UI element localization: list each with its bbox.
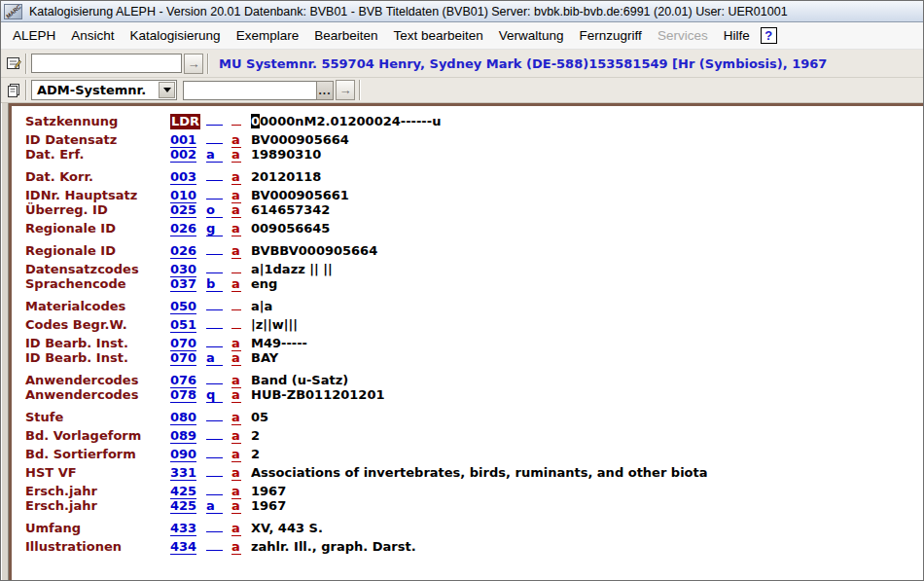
field-tag[interactable]: 003 <box>170 169 206 185</box>
subfield-code[interactable]: a <box>231 188 251 203</box>
field-indicators[interactable] <box>206 165 231 184</box>
field-indicators[interactable]: o <box>206 202 231 218</box>
field-value[interactable]: a|1dazz || || <box>251 262 923 276</box>
field-indicators[interactable] <box>206 461 231 480</box>
field-tag[interactable]: 026 <box>170 221 206 236</box>
field-indicators[interactable] <box>206 184 231 202</box>
subfield-code[interactable]: a <box>231 387 251 403</box>
field-tag[interactable]: 331 <box>170 465 206 481</box>
subfield-code[interactable]: a <box>231 539 251 555</box>
subfield-code[interactable]: a <box>231 243 251 259</box>
field-tag[interactable]: 425 <box>170 484 206 499</box>
subfield-code[interactable]: a <box>231 373 251 388</box>
field-value[interactable]: BAY <box>251 350 923 365</box>
field-indicators[interactable]: a <box>206 498 231 514</box>
subfield-code[interactable]: a <box>231 202 251 218</box>
field-value[interactable]: eng <box>251 276 923 291</box>
menu-item-exemplare[interactable]: Exemplare <box>229 28 307 43</box>
subfield-code[interactable] <box>231 110 251 128</box>
menu-item-verwaltung[interactable]: Verwaltung <box>491 28 572 43</box>
subfield-code[interactable]: a <box>231 465 251 481</box>
field-value[interactable]: a|a <box>251 299 923 313</box>
field-value[interactable]: zahlr. Ill., graph. Darst. <box>251 539 923 554</box>
field-value[interactable]: XV, 443 S. <box>251 521 923 535</box>
field-tag[interactable]: 434 <box>170 539 206 555</box>
adm-number-input[interactable] <box>183 81 316 100</box>
pane-splitter-handle[interactable] <box>1 103 9 580</box>
subfield-code[interactable]: a <box>231 428 251 444</box>
field-tag[interactable]: 078 <box>170 387 206 403</box>
field-value[interactable]: BV000905661 <box>251 188 923 202</box>
field-value[interactable]: 2 <box>251 447 923 461</box>
field-tag[interactable]: 433 <box>170 521 206 536</box>
browse-button[interactable]: ... <box>316 81 334 100</box>
subfield-code[interactable]: a <box>231 169 251 185</box>
field-indicators[interactable] <box>206 535 231 554</box>
field-indicators[interactable] <box>206 517 231 535</box>
field-tag[interactable]: 070 <box>170 350 206 366</box>
subfield-code[interactable]: a <box>231 350 251 366</box>
field-value[interactable]: 20120118 <box>251 169 923 184</box>
field-indicators[interactable]: g <box>206 221 231 236</box>
field-indicators[interactable] <box>206 332 231 350</box>
field-indicators[interactable] <box>206 406 231 424</box>
subfield-code[interactable] <box>231 313 251 332</box>
field-indicators[interactable] <box>206 258 231 276</box>
field-value[interactable]: 05 <box>251 410 923 424</box>
subfield-code[interactable]: a <box>231 336 251 351</box>
field-tag[interactable]: 089 <box>170 428 206 444</box>
field-indicators[interactable] <box>206 443 231 461</box>
adm-go-button[interactable]: → <box>336 80 355 100</box>
menu-item-hilfe[interactable]: Hilfe <box>716 28 758 43</box>
menu-item-aleph[interactable]: ALEPH <box>5 28 63 43</box>
field-indicators[interactable]: a <box>206 350 231 366</box>
field-indicators[interactable]: q <box>206 387 231 403</box>
adm-systemnr-dropdown[interactable]: ADM-Systemnr. <box>31 80 177 100</box>
catalog-record-editor[interactable]: SatzkennungLDR00000nM2.01200024------uID… <box>9 103 923 580</box>
field-value[interactable]: BV000905664 <box>251 132 923 147</box>
field-indicators[interactable] <box>206 295 231 313</box>
menu-item-ansicht[interactable]: Ansicht <box>63 28 122 43</box>
search-go-button[interactable]: → <box>184 54 203 74</box>
subfield-code[interactable]: a <box>231 498 251 514</box>
field-indicators[interactable] <box>206 369 231 387</box>
dropdown-button[interactable] <box>159 82 175 98</box>
field-indicators[interactable] <box>206 313 231 332</box>
field-value[interactable]: 19890310 <box>251 147 923 162</box>
field-tag[interactable]: LDR <box>170 114 206 129</box>
field-tag[interactable]: 002 <box>170 147 206 163</box>
menu-item-bearbeiten[interactable]: Bearbeiten <box>306 28 385 43</box>
field-tag[interactable]: 026 <box>170 243 206 259</box>
field-indicators[interactable] <box>206 128 231 147</box>
field-indicators[interactable] <box>206 239 231 258</box>
field-value[interactable]: HUB-ZB011201201 <box>251 387 923 402</box>
field-tag[interactable]: 025 <box>170 202 206 218</box>
subfield-code[interactable]: a <box>231 484 251 499</box>
subfield-code[interactable]: a <box>231 132 251 148</box>
field-tag[interactable]: 050 <box>170 299 206 314</box>
field-value[interactable]: M49----- <box>251 336 923 350</box>
field-tag[interactable]: 090 <box>170 447 206 462</box>
field-value[interactable]: 009056645 <box>251 221 923 236</box>
field-value[interactable]: 1967 <box>251 498 923 513</box>
field-value[interactable]: 2 <box>251 428 923 443</box>
subfield-code[interactable]: a <box>231 410 251 425</box>
field-tag[interactable]: 080 <box>170 410 206 425</box>
field-indicators[interactable]: a <box>206 147 231 163</box>
subfield-code[interactable] <box>231 295 251 313</box>
help-icon[interactable]: ? <box>761 27 777 44</box>
marc-window-icon[interactable]: MARC <box>4 4 22 19</box>
subfield-code[interactable]: a <box>231 221 251 236</box>
field-tag[interactable]: 001 <box>170 132 206 148</box>
menu-item-fernzugriff[interactable]: Fernzugriff <box>572 28 650 43</box>
subfield-code[interactable]: a <box>231 276 251 292</box>
field-tag[interactable]: 070 <box>170 336 206 351</box>
menu-item-text-bearbeiten[interactable]: Text bearbeiten <box>385 28 490 43</box>
field-tag[interactable]: 051 <box>170 317 206 333</box>
field-value[interactable]: Band (u-Satz) <box>251 373 923 387</box>
field-indicators[interactable] <box>206 424 231 443</box>
field-value[interactable]: 614657342 <box>251 202 923 217</box>
subfield-code[interactable] <box>231 258 251 276</box>
search-input[interactable] <box>31 54 182 73</box>
field-indicators[interactable] <box>206 480 231 498</box>
